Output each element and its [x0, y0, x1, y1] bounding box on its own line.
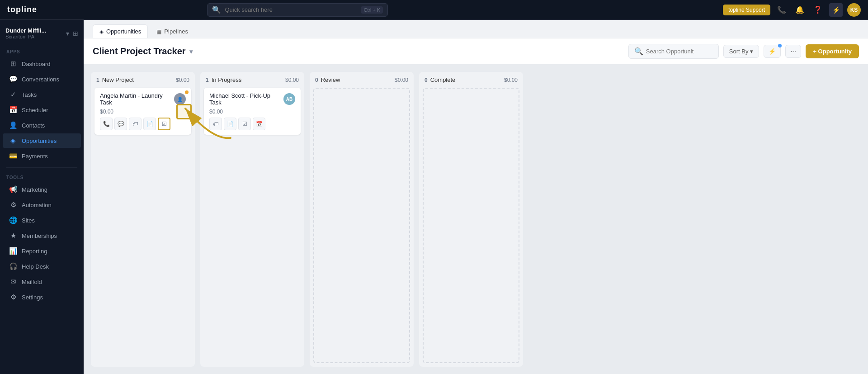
card-tag-button[interactable]: 🏷: [209, 118, 222, 130]
kanban-card: Michael Scott - Pick-Up Task AB $0.00 🏷 …: [204, 88, 301, 135]
sidebar-item-label: Dashboard: [22, 61, 51, 67]
sort-button[interactable]: Sort By ▾: [723, 45, 760, 58]
tab-opportunities[interactable]: ◈ Opportunities: [93, 24, 148, 38]
card-tag-button[interactable]: 🏷: [129, 118, 142, 130]
helpdesk-icon: 🎧: [9, 262, 17, 270]
sidebar-item-automation[interactable]: ⚙ Automation: [3, 198, 81, 212]
column-amount: $0.00: [395, 77, 408, 83]
sites-icon: 🌐: [9, 216, 17, 224]
topnav-right: topline Support 📞 🔔 ❓ ⚡ KS: [723, 3, 861, 17]
kanban-cards: Angela Martin - Laundry Task 👤 $0.00 📞 💬: [91, 88, 195, 367]
support-button[interactable]: topline Support: [723, 5, 770, 15]
filter-icon: ⚡: [769, 48, 776, 55]
global-search[interactable]: 🔍 Ctrl + K: [207, 3, 388, 17]
more-options-button[interactable]: ⋯: [785, 45, 801, 58]
pipeline-search-input[interactable]: [646, 48, 722, 55]
column-title: Review: [321, 76, 392, 83]
sidebar-item-payments[interactable]: 💳 Payments: [3, 149, 81, 163]
kanban-column-review: 0 Review $0.00: [310, 72, 414, 367]
sidebar-item-label: Conversations: [22, 76, 59, 83]
sort-chevron-icon: ▾: [750, 48, 753, 55]
sidebar-item-label: Payments: [22, 153, 48, 160]
sidebar-item-label: Reporting: [22, 248, 47, 255]
filter-button[interactable]: ⚡: [764, 45, 781, 58]
search-icon: 🔍: [634, 47, 643, 56]
sidebar-item-scheduler[interactable]: 📅 Scheduler: [3, 103, 81, 117]
column-header: 0 Review $0.00: [310, 72, 414, 88]
main-layout: Dunder Miffli... Scranton, PA ▾ ⊞ Apps ⊞…: [0, 20, 868, 374]
column-header: 1 New Project $0.00: [91, 72, 195, 88]
app-logo: topline: [7, 5, 37, 14]
sidebar-item-reporting[interactable]: 📊 Reporting: [3, 244, 81, 258]
card-header: Angela Martin - Laundry Task 👤: [100, 92, 186, 106]
card-doc-button[interactable]: 📄: [143, 118, 156, 130]
card-phone-button[interactable]: 📞: [100, 118, 113, 130]
sidebar-item-label: Sites: [22, 217, 35, 224]
card-doc-button[interactable]: 📄: [224, 118, 236, 130]
pipeline-search[interactable]: 🔍: [628, 44, 719, 59]
pipeline-title: Client Project Tracker ▾: [93, 46, 193, 57]
kanban-cards: Michael Scott - Pick-Up Task AB $0.00 🏷 …: [200, 88, 304, 367]
column-count: 1: [206, 77, 209, 83]
column-count: 1: [96, 77, 99, 83]
help-button[interactable]: ❓: [811, 3, 825, 17]
pipelines-tab-icon: ▦: [156, 28, 161, 35]
top-navigation: topline 🔍 Ctrl + K topline Support 📞 🔔 ❓…: [0, 0, 868, 20]
tasks-icon: ✓: [9, 90, 17, 99]
tab-label: Pipelines: [164, 28, 188, 35]
workspace-name: Dunder Miffli...: [5, 27, 62, 34]
card-task-button[interactable]: ☑: [238, 118, 251, 130]
card-chat-button[interactable]: 💬: [114, 118, 127, 130]
kanban-empty-state: [313, 88, 410, 363]
card-task-button[interactable]: ☑: [158, 118, 170, 130]
sidebar-toggle-button[interactable]: ⊞: [73, 30, 78, 37]
kanban-column-in-progress: 1 In Progress $0.00 Michael Scott - Pick…: [200, 72, 304, 367]
sidebar-item-helpdesk[interactable]: 🎧 Help Desk: [3, 259, 81, 274]
sidebar-item-mailfold[interactable]: ✉ Mailfold: [3, 275, 81, 289]
sidebar-item-marketing[interactable]: 📢 Marketing: [3, 182, 81, 197]
sub-navigation: ◈ Opportunities ▦ Pipelines: [84, 20, 868, 38]
filter-active-dot: [778, 44, 782, 47]
lightning-button[interactable]: ⚡: [829, 3, 843, 17]
sidebar-item-opportunities[interactable]: ◈ Opportunities: [3, 133, 81, 148]
column-count: 0: [425, 77, 428, 83]
sidebar-item-label: Mailfold: [22, 279, 42, 285]
kanban-empty-state: [423, 88, 519, 363]
settings-icon: ⚙: [9, 293, 17, 301]
workspace-location: Scranton, PA: [5, 34, 62, 39]
card-calendar-button[interactable]: 📅: [253, 118, 265, 130]
sidebar-item-memberships[interactable]: ★ Memberships: [3, 228, 81, 243]
sidebar-item-tasks[interactable]: ✓ Tasks: [3, 87, 81, 102]
tab-pipelines[interactable]: ▦ Pipelines: [150, 24, 195, 38]
phone-icon-button[interactable]: 📞: [775, 3, 788, 17]
sidebar-item-label: Opportunities: [22, 137, 57, 144]
workspace-selector[interactable]: Dunder Miffli... Scranton, PA ▾ ⊞: [0, 24, 84, 42]
user-avatar-button[interactable]: KS: [847, 3, 861, 17]
opportunities-tab-icon: ◈: [99, 28, 104, 35]
card-avatar: 👤: [174, 93, 186, 105]
column-count: 0: [315, 77, 318, 83]
sidebar-item-conversations[interactable]: 💬 Conversations: [3, 72, 81, 86]
sidebar-item-label: Contacts: [22, 122, 45, 129]
search-input[interactable]: [225, 6, 357, 13]
column-title: Complete: [430, 76, 501, 83]
column-header: 0 Complete $0.00: [419, 72, 523, 88]
chevron-down-icon: ▾: [189, 48, 193, 55]
search-icon: 🔍: [212, 5, 221, 14]
sidebar-divider: [6, 167, 77, 168]
scheduler-icon: 📅: [9, 106, 17, 114]
sidebar-item-label: Automation: [22, 202, 52, 208]
sidebar-item-settings[interactable]: ⚙ Settings: [3, 290, 81, 304]
sidebar-item-label: Marketing: [22, 186, 47, 193]
pipeline-header: Client Project Tracker ▾ 🔍 Sort By ▾ ⚡ ⋯…: [84, 38, 868, 65]
sidebar-item-contacts[interactable]: 👤 Contacts: [3, 118, 81, 133]
sidebar-item-dashboard[interactable]: ⊞ Dashboard: [3, 57, 81, 71]
sidebar-item-sites[interactable]: 🌐 Sites: [3, 213, 81, 227]
notifications-button[interactable]: 🔔: [793, 3, 807, 17]
card-amount: $0.00: [100, 109, 186, 115]
reporting-icon: 📊: [9, 247, 17, 255]
main-content: ◈ Opportunities ▦ Pipelines Client Proje…: [84, 20, 868, 374]
sort-label: Sort By: [729, 48, 749, 55]
add-opportunity-button[interactable]: + Opportunity: [806, 44, 859, 58]
chevron-down-icon: ▾: [66, 30, 69, 37]
